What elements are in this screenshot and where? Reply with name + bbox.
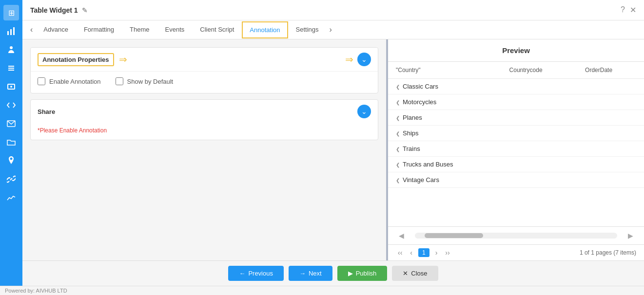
svg-rect-1 <box>10 29 12 35</box>
col-header-orderdate: OrderDate <box>577 62 644 79</box>
share-section-header: Share ⌄ <box>31 100 378 123</box>
sidebar-icon-users[interactable] <box>3 42 19 57</box>
svg-point-3 <box>10 46 13 49</box>
arrow-right-icon-2: ⇒ <box>345 54 353 65</box>
page-nav: ‹‹ ‹ 1 › ›› <box>396 248 452 258</box>
show-by-default-checkbox[interactable] <box>116 77 123 85</box>
sidebar-icon-money[interactable] <box>3 79 19 94</box>
title-bar: Table Widget 1 ✎ ? ✕ <box>22 0 644 20</box>
tab-annotation[interactable]: Annotation <box>242 21 288 38</box>
page-first-btn[interactable]: ‹‹ <box>396 248 404 258</box>
next-button[interactable]: → Next <box>289 266 332 281</box>
scrollbar-thumb <box>425 233 483 238</box>
table-row: ❮Planes <box>388 110 644 126</box>
expand-icon-5[interactable]: ❮ <box>396 162 400 167</box>
help-icon[interactable]: ? <box>621 5 625 15</box>
sidebar-icon-link[interactable] <box>3 171 19 187</box>
left-panel: Annotation Properties ⇒ ⇒ ⌄ Enable A <box>22 39 388 260</box>
tab-nav-next[interactable]: › <box>327 20 335 39</box>
expand-icon-3[interactable]: ❮ <box>396 131 400 136</box>
footer-text: Powered by: AIVHUB LTD <box>5 288 67 294</box>
share-section: Share ⌄ *Please Enable Annotation <box>30 99 378 140</box>
show-by-default-label[interactable]: Show by Default <box>116 77 174 85</box>
share-title: Share <box>38 108 55 115</box>
scrollbar[interactable] <box>415 233 617 239</box>
next-arrow-icon: → <box>299 270 306 277</box>
current-page: 1 <box>418 248 429 257</box>
previous-button[interactable]: ← Previous <box>228 266 284 281</box>
sidebar-icon-code[interactable] <box>3 97 19 113</box>
scroll-right-arrow[interactable]: ▶ <box>625 231 636 240</box>
expand-icon-0[interactable]: ❮ <box>396 84 400 90</box>
tab-client-script[interactable]: Client Script <box>192 21 242 39</box>
page-prev-btn[interactable]: ‹ <box>408 248 414 258</box>
sidebar-icon-line-chart[interactable] <box>3 190 19 205</box>
table-row: ❮Motorcycles <box>388 94 644 110</box>
tab-formatting[interactable]: Formatting <box>76 21 122 39</box>
expand-icon-4[interactable]: ❮ <box>396 147 400 152</box>
close-button[interactable]: ✕ Close <box>392 266 438 281</box>
svg-rect-2 <box>13 27 15 35</box>
annotation-error-text: *Please Enable Annotation <box>31 123 378 140</box>
svg-point-8 <box>10 86 12 88</box>
sidebar-icon-mail[interactable] <box>3 116 19 131</box>
share-collapse-btn[interactable]: ⌄ <box>357 105 371 118</box>
close-icon[interactable]: ✕ <box>630 5 636 15</box>
widget-title: Table Widget 1 <box>30 6 78 14</box>
publish-play-icon: ▶ <box>348 270 353 277</box>
svg-rect-0 <box>7 31 9 35</box>
sidebar: ⊞ <box>0 0 22 286</box>
enable-annotation-checkbox[interactable] <box>38 77 45 85</box>
annotation-properties-header: Annotation Properties ⇒ ⇒ ⌄ <box>31 48 378 71</box>
table-row: ❮Classic Cars <box>388 79 644 94</box>
annotation-properties-title: Annotation Properties <box>38 53 114 66</box>
prev-arrow-icon: ← <box>239 270 245 277</box>
close-x-icon: ✕ <box>403 270 408 277</box>
scroll-left-arrow[interactable]: ◀ <box>396 231 407 240</box>
tab-settings[interactable]: Settings <box>288 21 327 39</box>
tab-theme[interactable]: Theme <box>122 21 157 39</box>
bottom-bar: ← Previous → Next ▶ Publish ✕ Close <box>22 260 644 286</box>
right-panel: Preview "Country" Countrycode OrderDate <box>388 39 644 260</box>
table-row: ❮Trains <box>388 141 644 157</box>
col-header-countrycode: Countrycode <box>502 62 578 79</box>
tab-advance[interactable]: Advance <box>36 21 76 39</box>
tabs-container: ‹ Advance Formatting Theme Events Client… <box>22 20 644 39</box>
publish-button[interactable]: ▶ Publish <box>337 266 388 281</box>
preview-table-area: "Country" Countrycode OrderDate ❮Classic… <box>388 62 644 226</box>
expand-icon-6[interactable]: ❮ <box>396 178 400 183</box>
preview-header: Preview <box>388 39 644 62</box>
preview-table: "Country" Countrycode OrderDate ❮Classic… <box>388 62 644 188</box>
table-row: ❮Trucks and Buses <box>388 157 644 172</box>
sidebar-icon-home[interactable]: ⊞ <box>3 5 19 20</box>
edit-title-icon[interactable]: ✎ <box>82 6 88 14</box>
sidebar-icon-folder[interactable] <box>3 134 19 150</box>
enable-annotation-label[interactable]: Enable Annotation <box>38 77 101 85</box>
tab-nav-prev[interactable]: ‹ <box>27 20 36 39</box>
col-header-country: "Country" <box>388 62 502 79</box>
sidebar-icon-list[interactable] <box>3 60 19 76</box>
footer: Powered by: AIVHUB LTD <box>0 286 644 295</box>
annotation-properties-collapse-btn[interactable]: ⌄ <box>357 53 371 66</box>
tab-events[interactable]: Events <box>157 21 193 39</box>
page-next-btn[interactable]: › <box>433 248 440 258</box>
arrow-right-icon: ⇒ <box>119 54 127 65</box>
scroll-nav: ◀ ▶ <box>396 231 636 240</box>
sidebar-icon-pin[interactable] <box>3 153 19 168</box>
preview-footer: ◀ ▶ <box>388 226 644 244</box>
table-row: ❮Vintage Cars <box>388 172 644 188</box>
table-row: ❮Ships <box>388 126 644 141</box>
annotation-properties-body: Enable Annotation Show by Default <box>31 71 378 93</box>
expand-icon-1[interactable]: ❮ <box>396 100 400 105</box>
expand-icon-2[interactable]: ❮ <box>396 115 400 121</box>
annotation-properties-section: Annotation Properties ⇒ ⇒ ⌄ Enable A <box>30 47 378 93</box>
page-last-btn[interactable]: ›› <box>443 248 451 258</box>
sidebar-icon-chart[interactable] <box>3 23 19 39</box>
page-info: 1 of 1 pages (7 items) <box>580 249 636 256</box>
